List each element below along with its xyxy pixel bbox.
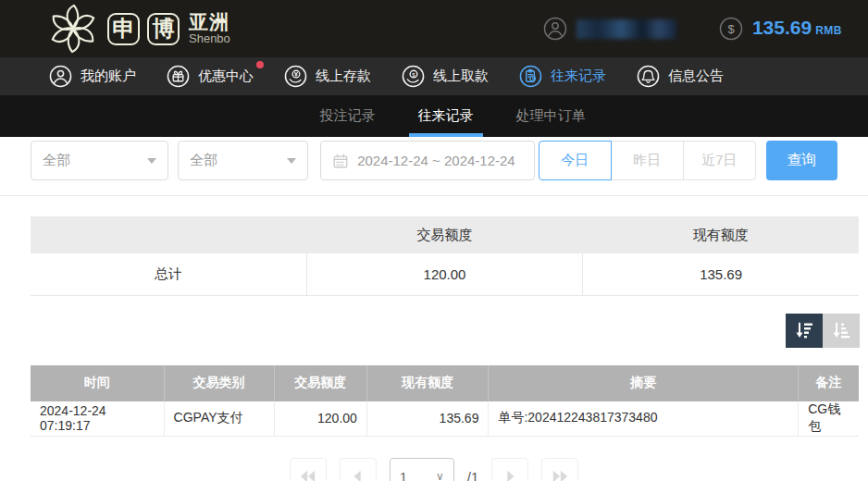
svg-text:$: $: [412, 71, 415, 78]
brand-logo: 申 博 亚洲 Shenbo: [46, 2, 230, 56]
records-table: 时间 交易类别 交易额度 现有额度 摘要 备注 2024-12-24 07:19…: [31, 365, 859, 438]
transaction-type-select[interactable]: 全部: [31, 141, 168, 180]
sort-amount-desc-icon: [794, 320, 814, 340]
brand-char-box-2: 博: [147, 13, 180, 45]
sort-amount-asc-icon: [831, 320, 851, 340]
dollar-circle-icon: $: [719, 17, 743, 41]
wallet-balance[interactable]: $ 135.69 RMB: [719, 17, 842, 41]
username-redacted: [577, 19, 676, 39]
sort-ascending-button[interactable]: [823, 314, 860, 348]
quick-filter-yesterday[interactable]: 昨日: [611, 141, 684, 180]
summary-header-empty: [31, 216, 306, 253]
calendar-icon: [332, 153, 349, 169]
nav-label: 信息公告: [668, 68, 724, 85]
pagination: 1 ∨ /1: [0, 458, 868, 481]
records-subnav: 投注记录 往来记录 处理中订单: [0, 95, 868, 137]
select-value: 全部: [43, 152, 70, 169]
bell-icon: [637, 65, 660, 88]
nav-item-online-withdrawal[interactable]: $ 线上取款: [402, 65, 489, 88]
double-arrow-left-icon: [300, 470, 316, 481]
nav-item-online-deposit[interactable]: 线上存款: [284, 65, 371, 88]
brand-subtitle: Shenbo: [189, 32, 230, 45]
brand-char-box-1: 申: [107, 13, 140, 45]
tab-bet-records[interactable]: 投注记录: [316, 95, 379, 137]
first-page-button[interactable]: [290, 458, 327, 481]
nav-label: 我的账户: [81, 68, 136, 85]
main-navbar: 我的账户 优惠中心 线上存款 $ 线上取款: [0, 57, 868, 95]
caret-down-icon: [147, 158, 156, 164]
page-select-value: 1: [400, 469, 407, 481]
withdraw-coin-icon: $: [402, 65, 425, 88]
nav-label: 优惠中心: [198, 68, 254, 85]
summary-total-balance: 135.69: [583, 253, 859, 295]
transaction-records-icon: [519, 65, 542, 88]
user-account[interactable]: [543, 17, 676, 41]
record-summary: 单号:202412243817373480: [489, 401, 799, 437]
sort-descending-button[interactable]: [786, 314, 823, 348]
nav-label: 线上取款: [433, 68, 489, 85]
last-page-button[interactable]: [541, 458, 578, 481]
records-header-time: 时间: [31, 365, 164, 401]
balance-amount: 135.69: [752, 17, 812, 39]
nav-label: 线上存款: [316, 68, 371, 85]
caret-down-icon: [287, 158, 296, 164]
user-icon: [49, 65, 72, 88]
arrow-left-icon: [350, 470, 366, 481]
select-value: 全部: [190, 152, 217, 169]
search-button[interactable]: 查询: [766, 141, 837, 180]
user-circle-icon: [543, 17, 567, 41]
lotus-flower-icon: [46, 2, 100, 56]
record-amount: 120.00: [274, 401, 366, 437]
nav-item-transaction-records[interactable]: 往来记录: [519, 65, 606, 88]
records-header-row: 时间 交易类别 交易额度 现有额度 摘要 备注: [31, 365, 859, 401]
record-type: CGPAY支付: [164, 401, 274, 437]
records-header-summary: 摘要: [489, 365, 799, 401]
nav-item-announcements[interactable]: 信息公告: [637, 65, 724, 88]
nav-item-promotions[interactable]: 优惠中心: [167, 65, 254, 88]
summary-total-amount: 120.00: [306, 253, 582, 295]
gift-icon: [167, 65, 190, 88]
quick-filter-last7days[interactable]: 近7日: [683, 141, 756, 180]
summary-total-row: 总计 120.00 135.69: [31, 253, 859, 295]
deposit-coin-icon: [284, 65, 307, 88]
new-badge-dot: [256, 61, 264, 68]
next-page-button[interactable]: [491, 458, 528, 481]
record-balance: 135.69: [366, 401, 489, 437]
tab-transaction-records[interactable]: 往来记录: [415, 95, 477, 137]
page-select[interactable]: 1 ∨: [390, 458, 454, 481]
brand-region: 亚洲: [189, 12, 230, 32]
records-header-balance: 现有额度: [366, 365, 489, 401]
prev-page-button[interactable]: [340, 458, 377, 481]
section-divider: [0, 195, 868, 196]
balance-currency: RMB: [815, 24, 842, 37]
records-header-amount: 交易额度: [274, 365, 366, 401]
chevron-down-icon: ∨: [436, 470, 444, 481]
transaction-category-select[interactable]: 全部: [178, 141, 308, 180]
record-remark: CG钱包: [799, 401, 859, 437]
record-time: 2024-12-24 07:19:17: [31, 401, 164, 437]
sort-controls: [0, 314, 860, 348]
arrow-right-icon: [502, 470, 518, 481]
records-header-type: 交易类别: [164, 365, 274, 401]
nav-label: 往来记录: [551, 68, 606, 85]
records-header-remark: 备注: [799, 365, 859, 401]
date-range-input[interactable]: 2024-12-24 ~ 2024-12-24: [320, 141, 535, 180]
quick-date-button-group: 今日 昨日 近7日: [539, 141, 756, 180]
summary-table: 交易额度 现有额度 总计 120.00 135.69: [31, 216, 859, 296]
tab-processing-orders[interactable]: 处理中订单: [513, 95, 589, 137]
summary-total-label: 总计: [31, 253, 306, 295]
quick-filter-today[interactable]: 今日: [539, 141, 612, 180]
double-arrow-right-icon: [552, 470, 568, 481]
page-total-label: /1: [467, 469, 479, 481]
summary-header-amount: 交易额度: [306, 216, 582, 253]
filter-bar: 全部 全部 2024-12-24 ~ 2024-12-24 今日 昨日 近7日 …: [0, 137, 868, 180]
svg-text:$: $: [727, 22, 735, 36]
summary-header-balance: 现有额度: [583, 216, 859, 253]
nav-item-my-account[interactable]: 我的账户: [49, 65, 136, 88]
record-row: 2024-12-24 07:19:17 CGPAY支付 120.00 135.6…: [31, 401, 859, 437]
date-range-value: 2024-12-24 ~ 2024-12-24: [357, 153, 515, 168]
summary-header-row: 交易额度 现有额度: [31, 216, 859, 253]
topbar: 申 博 亚洲 Shenbo $ 135.69 RMB: [0, 0, 868, 57]
